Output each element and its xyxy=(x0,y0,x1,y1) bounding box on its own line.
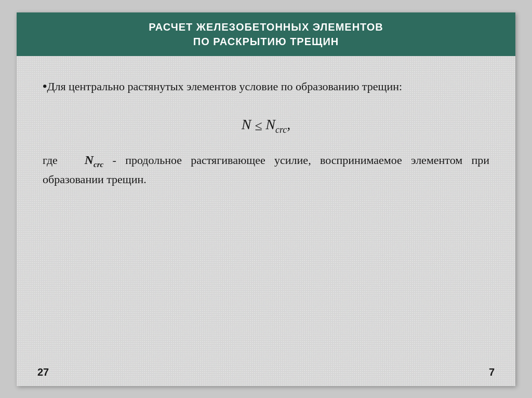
where-crc-sub: crc xyxy=(94,160,103,169)
where-intro: где xyxy=(43,154,58,167)
where-dash: - xyxy=(113,154,126,167)
bullet-text-content: Для центрально растянутых элементов усло… xyxy=(47,80,402,93)
where-ncrc: Ncrc xyxy=(85,153,104,167)
slide-content: •Для центрально растянутых элементов усл… xyxy=(17,56,515,361)
formula-comma: , xyxy=(287,116,290,132)
header-line2: ПО РАСКРЫТИЮ ТРЕЩИН xyxy=(27,34,505,49)
slide-number: 7 xyxy=(489,366,495,378)
bullet-paragraph: •Для центрально растянутых элементов усл… xyxy=(43,77,489,95)
formula-display: N ≤ Ncrc, xyxy=(242,116,290,132)
header-line1: РАСЧЕТ ЖЕЛЕЗОБЕТОННЫХ ЭЛЕМЕНТОВ xyxy=(27,20,505,34)
slide: РАСЧЕТ ЖЕЛЕЗОБЕТОННЫХ ЭЛЕМЕНТОВ ПО РАСКР… xyxy=(17,12,515,386)
formula-ncrc: Ncrc xyxy=(265,116,287,132)
where-description: продольное растягивающее усилие, восприн… xyxy=(43,154,489,186)
leq-symbol: ≤ xyxy=(255,118,265,133)
formula-crc-sub: crc xyxy=(275,124,287,134)
where-n-italic: Ncrc xyxy=(85,153,104,167)
slide-header: РАСЧЕТ ЖЕЛЕЗОБЕТОННЫХ ЭЛЕМЕНТОВ ПО РАСКР… xyxy=(17,12,515,56)
where-paragraph: где Ncrc - продольное растягивающее усил… xyxy=(43,150,489,188)
formula-n: N xyxy=(242,116,251,132)
page-number: 27 xyxy=(37,366,49,378)
slide-footer: 27 7 xyxy=(17,361,515,386)
formula-block: N ≤ Ncrc, xyxy=(43,116,489,135)
header-title: РАСЧЕТ ЖЕЛЕЗОБЕТОННЫХ ЭЛЕМЕНТОВ ПО РАСКР… xyxy=(27,20,505,49)
